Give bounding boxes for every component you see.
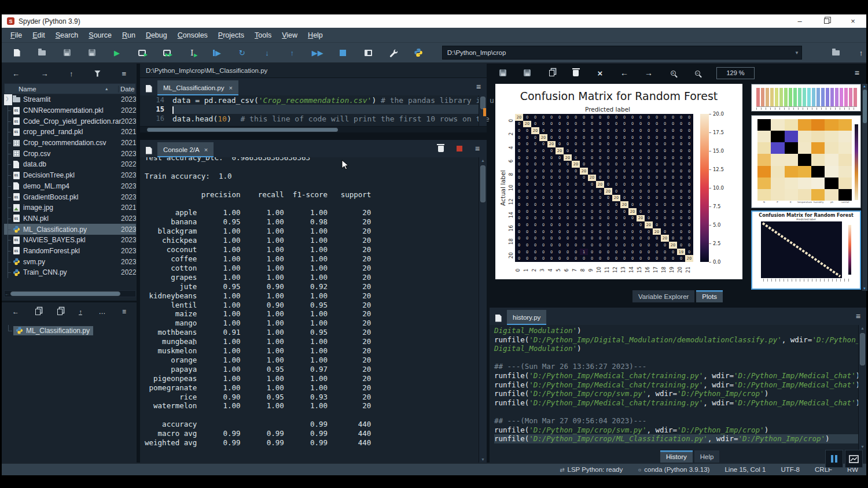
- step-return-button[interactable]: ↑: [288, 47, 297, 58]
- menu-tools[interactable]: Tools: [249, 31, 277, 39]
- thumbnails-scroll-thumb[interactable]: [863, 90, 867, 123]
- expand-all-icon[interactable]: [35, 309, 41, 315]
- menu-file[interactable]: File: [5, 31, 27, 39]
- maximize-pane-button[interactable]: [363, 47, 373, 58]
- file-row[interactable]: 01GradientBoost.pkl2023: [4, 191, 136, 202]
- thumbnails-scrollbar[interactable]: ▲ ▼: [862, 84, 867, 291]
- save-all-plots-button[interactable]: [522, 68, 532, 78]
- zoom-in-button[interactable]: +: [668, 68, 678, 78]
- new-file-button[interactable]: [12, 47, 21, 58]
- copy-plot-button[interactable]: [546, 68, 557, 78]
- parent-directory-button[interactable]: ↑: [856, 47, 866, 58]
- scroll-up-icon[interactable]: ▲: [481, 158, 485, 162]
- editor-tab[interactable]: ML_Classification.py ×: [157, 80, 238, 95]
- thumbnail-barchart[interactable]: [751, 84, 861, 112]
- menu-consoles[interactable]: Consoles: [172, 31, 213, 39]
- file-row[interactable]: 01Code_Crop_yield_prediction.rar2023: [4, 116, 136, 127]
- outline-menu-button[interactable]: ≡: [122, 308, 126, 316]
- step-into-button[interactable]: ↓: [262, 47, 271, 58]
- zoom-level-input[interactable]: 129 %: [716, 67, 755, 79]
- minimize-button[interactable]: –: [786, 14, 813, 28]
- history-tab[interactable]: history.py: [507, 310, 546, 325]
- editor-vscroll-thumb[interactable]: [480, 97, 486, 109]
- file-row[interactable]: svm.py2023: [4, 256, 136, 267]
- scroll-down-icon[interactable]: ▼: [860, 445, 865, 449]
- files-hscrollbar[interactable]: ←: [4, 290, 136, 297]
- thumbnail-confusion-matrix[interactable]: Confusion Matrix for Random Forest Predi…: [751, 210, 861, 290]
- file-row[interactable]: image.jpg2021: [4, 202, 136, 213]
- fast-forward-button[interactable]: ▶▶: [312, 47, 323, 58]
- file-row[interactable]: 01NAVIES_BAYES.pkl2023: [4, 235, 136, 246]
- save-button[interactable]: [62, 47, 71, 58]
- plots-options-button[interactable]: ≡: [855, 68, 859, 77]
- plot-display-button[interactable]: [845, 450, 863, 468]
- menu-view[interactable]: View: [277, 31, 303, 39]
- files-back-button[interactable]: ←: [12, 69, 20, 78]
- menu-run[interactable]: Run: [117, 31, 141, 39]
- tab-variable-explorer[interactable]: Variable Explorer: [632, 290, 694, 302]
- menu-source[interactable]: Source: [83, 31, 117, 39]
- menu-projects[interactable]: Projects: [213, 31, 249, 39]
- tab-plots[interactable]: Plots: [696, 290, 723, 302]
- history-vscrollbar[interactable]: ▲ ▼: [858, 325, 866, 450]
- remove-all-plots-button[interactable]: ×: [595, 68, 605, 78]
- tab-help[interactable]: Help: [694, 450, 720, 463]
- menu-edit[interactable]: Edit: [27, 31, 50, 39]
- close-button[interactable]: ×: [840, 14, 866, 28]
- date-column-header[interactable]: Date: [118, 86, 135, 93]
- file-row[interactable]: 01crop_pred_rand.pkl2021: [4, 127, 136, 138]
- outline-more-button[interactable]: …: [98, 308, 105, 316]
- python-path-button[interactable]: [414, 47, 423, 58]
- file-row[interactable]: 01DecisionTree.pkl2023: [4, 170, 136, 181]
- editor-hscrollbar[interactable]: [140, 126, 487, 132]
- working-directory-input[interactable]: D:\Python_Imp\crop ▼: [442, 46, 802, 60]
- console-output-area[interactable]: Test accuracy_DtC: 0.9863636363636363 Tr…: [140, 157, 479, 463]
- remove-variables-icon[interactable]: [438, 146, 444, 152]
- debug-continue-button[interactable]: ▶: [212, 47, 222, 58]
- files-hscroll-thumb[interactable]: [10, 291, 120, 296]
- browse-tabs-button[interactable]: [140, 82, 157, 95]
- scroll-up-icon[interactable]: ▲: [863, 84, 866, 88]
- stop-button[interactable]: [339, 47, 348, 58]
- open-file-button[interactable]: [37, 47, 46, 58]
- scroll-up-icon[interactable]: ▲: [860, 326, 865, 330]
- editor-vscrollbar[interactable]: [479, 95, 487, 126]
- console-vscroll-thumb[interactable]: [480, 165, 486, 202]
- file-row[interactable]: 01RandomForest.pkl2023: [4, 246, 136, 257]
- file-row[interactable]: Crop.csv2023: [4, 148, 136, 159]
- restore-button[interactable]: [813, 14, 840, 28]
- pane-splitter[interactable]: [140, 132, 487, 140]
- console-tab[interactable]: Console 2/A ×: [157, 142, 214, 157]
- file-row[interactable]: Crop_recommendation.csv2021: [4, 138, 136, 149]
- run-cell-advance-button[interactable]: ▶▶: [162, 47, 171, 58]
- console-options-button[interactable]: ≡: [475, 144, 480, 153]
- console-vscrollbar[interactable]: ▲ ▼: [479, 157, 487, 463]
- scroll-down-icon[interactable]: ▼: [863, 287, 866, 290]
- run-selection-button[interactable]: I▶: [187, 47, 197, 58]
- filter-icon[interactable]: [94, 71, 101, 77]
- menu-help[interactable]: Help: [303, 31, 328, 39]
- run-button[interactable]: ▶: [112, 47, 122, 58]
- history-lines[interactable]: Digital_Modulation')runfile('D:/Python_I…: [490, 325, 858, 450]
- preferences-button[interactable]: [388, 47, 398, 58]
- file-row[interactable]: 01CNNRecommendation.pkl2022: [4, 105, 136, 116]
- editor-options-button[interactable]: ≡: [476, 82, 481, 91]
- zoom-out-button[interactable]: −: [692, 68, 703, 78]
- tab-history[interactable]: History: [660, 450, 693, 463]
- editor-hscroll-thumb[interactable]: [147, 128, 338, 132]
- file-row[interactable]: data.db2022: [4, 159, 136, 170]
- menu-debug[interactable]: Debug: [141, 31, 172, 39]
- next-plot-button[interactable]: →: [643, 68, 654, 78]
- outline-item[interactable]: ML_Classification.py: [4, 325, 136, 336]
- browse-directory-button[interactable]: [830, 47, 841, 58]
- files-menu-button[interactable]: ≡: [122, 69, 126, 78]
- go-to-cursor-button[interactable]: ↑: [79, 309, 82, 315]
- files-forward-button[interactable]: →: [41, 69, 48, 78]
- interrupt-kernel-icon[interactable]: [457, 146, 462, 151]
- close-console-icon[interactable]: ×: [204, 146, 208, 153]
- rerun-button[interactable]: ↻: [237, 47, 247, 58]
- save-plot-button[interactable]: [498, 68, 508, 78]
- file-row[interactable]: ML_Classification.py2023: [4, 224, 136, 235]
- remove-plot-button[interactable]: [571, 68, 581, 78]
- file-row[interactable]: 01KNN.pkl2023: [4, 213, 136, 224]
